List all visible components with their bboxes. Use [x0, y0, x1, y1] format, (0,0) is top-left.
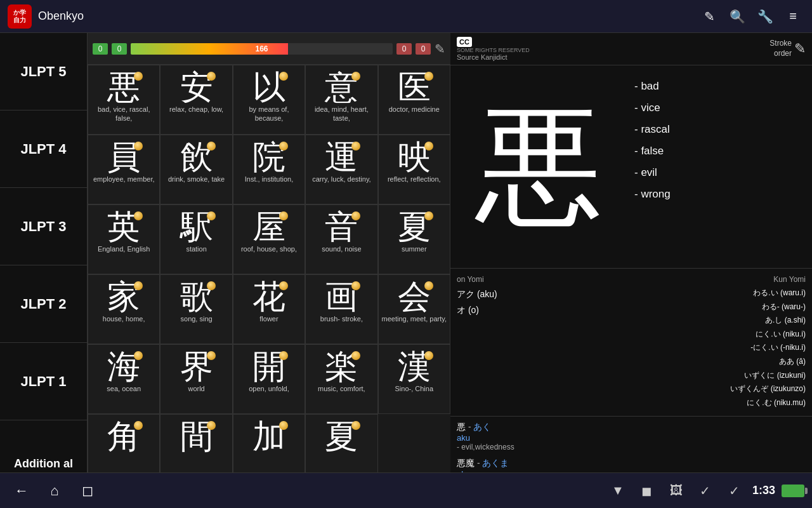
sidebar-item-jlpt5[interactable]: JLPT 5 [0, 33, 87, 110]
bottom-icon-1[interactable]: ▼ [606, 479, 629, 502]
kanji-cell[interactable]: 音 sound, noise [305, 204, 377, 274]
kanji-dot [134, 421, 143, 430]
home-button[interactable]: ⌂ [41, 477, 69, 505]
kanji-meaning-text: brush- stroke, [320, 314, 363, 323]
kanji-grid: 0 0 166 0 0 ✎ 悪 bad, vice, rascal, false… [88, 33, 450, 508]
kun-yomi-value: いずくに (izukuni) [577, 369, 806, 383]
kanji-cell[interactable]: 海 sea, ocean [88, 344, 160, 414]
sidebar-item-jlpt1[interactable]: JLPT 1 [0, 343, 87, 420]
bottom-icon-check1[interactable]: ✓ [694, 479, 717, 502]
vocab-item[interactable]: 悪 - あく aku - evil,wickedness [457, 422, 806, 451]
kanji-dot [424, 142, 433, 150]
kanji-character: 以 [252, 70, 285, 104]
kanji-dot [279, 211, 288, 220]
kanji-meaning-text: England, English [98, 244, 150, 253]
kanji-meaning-text: bad, vice, rascal, false, [91, 105, 157, 123]
bottom-icon-check2[interactable]: ✓ [723, 479, 746, 502]
on-yomi-value: アク (aku) [457, 286, 571, 302]
kanji-cell[interactable]: 駅 station [160, 204, 232, 274]
on-yomi-title: on Yomi [457, 275, 571, 284]
progress-number: 166 [131, 43, 393, 55]
kanji-grid-inner: 悪 bad, vice, rascal, false, 安 relax, che… [88, 65, 450, 484]
kanji-character: 医 [398, 70, 431, 104]
vocab-kanji: 悪 [457, 422, 466, 432]
kanji-cell[interactable]: 以 by means of, because, [233, 65, 305, 135]
menu-icon[interactable]: ≡ [782, 5, 804, 28]
kanji-character: 加 [252, 420, 285, 453]
pencil-icon[interactable]: ✎ [698, 5, 721, 28]
recents-button[interactable]: ◻ [74, 477, 102, 505]
kanji-cell[interactable]: 夏 summer [378, 204, 450, 274]
kun-yomi-section: Kun Yomi わる.い (waru.i)わる- (waru-)あ.し (a.… [577, 275, 806, 410]
kanji-cell[interactable]: 画 brush- stroke, [305, 274, 377, 344]
back-button[interactable]: ← [8, 477, 36, 505]
stroke-order-button[interactable]: Strokeorder ✎ [769, 39, 806, 58]
kanji-dot [134, 72, 143, 81]
kanji-character: 員 [107, 140, 140, 173]
kanji-cell[interactable]: 意 idea, mind, heart, taste, [305, 65, 377, 135]
kanji-meanings-panel: - bad- vice- rascal- false- evil- wrong [628, 65, 812, 268]
kanji-character: 楽 [325, 350, 358, 383]
app-title: Obenkyo [38, 10, 693, 23]
on-yomi-value: オ (o) [457, 302, 571, 318]
kanji-meaning-text: employee, member, [93, 175, 155, 184]
kanji-cell[interactable]: 悪 bad, vice, rascal, false, [88, 65, 160, 135]
kanji-cell[interactable]: 員 employee, member, [88, 135, 160, 204]
kanji-meaning-text: station [186, 244, 206, 253]
kanji-meaning-text: flower [259, 314, 278, 323]
meaning-item: - wrong [634, 184, 806, 205]
kanji-cell[interactable]: 英 England, English [88, 204, 160, 274]
main-layout: JLPT 5 JLPT 4 JLPT 3 JLPT 2 JLPT 1 Addit… [0, 33, 812, 508]
kanji-meaning-text: meeting, meet, party, [382, 314, 447, 323]
kanji-meaning-text: by means of, because, [236, 105, 302, 123]
kanji-cell[interactable]: 運 carry, luck, destiny, [305, 135, 377, 204]
kanji-meaning-text: Sino-, China [395, 384, 434, 393]
kanji-cell[interactable]: 漢 Sino-, China [378, 344, 450, 414]
kanji-dot [279, 142, 288, 150]
kanji-character: 会 [398, 280, 431, 313]
meaning-item: - vice [634, 97, 806, 119]
kanji-detail-header: CC SOME RIGHTS RESERVED Source Kanjidict… [450, 33, 812, 65]
progress-bar: 166 [131, 43, 393, 55]
kanji-cell[interactable]: 安 relax, cheap, low, [160, 65, 232, 135]
clock: 1:33 [752, 484, 775, 497]
kanji-cell[interactable]: 会 meeting, meet, party, [378, 274, 450, 344]
search-icon[interactable]: 🔍 [726, 5, 749, 28]
kanji-cell[interactable]: 医 doctor, medicine [378, 65, 450, 135]
kanji-cell[interactable]: 屋 roof, house, shop, [233, 204, 305, 274]
kanji-cell[interactable]: 楽 music, comfort, [305, 344, 377, 414]
bottom-icon-gallery[interactable]: 🖼 [665, 479, 688, 502]
kanji-meaning-text: reflect, reflection, [388, 175, 441, 184]
kun-yomi-value: あ.し (a.shi) [577, 314, 806, 328]
wrench-icon[interactable]: 🔧 [754, 5, 776, 28]
kanji-dot [207, 421, 216, 430]
kanji-cell[interactable]: 歌 song, sing [160, 274, 232, 344]
vocab-reading: あくま [482, 458, 509, 468]
sidebar-item-jlpt4[interactable]: JLPT 4 [0, 110, 87, 188]
big-kanji-display[interactable]: 悪 [450, 65, 628, 268]
kun-yomi-value: いずくんぞ (izukunzo) [577, 382, 806, 396]
sidebar-item-jlpt3[interactable]: JLPT 3 [0, 188, 87, 265]
stroke-order-icon: ✎ [794, 41, 806, 57]
sidebar-item-jlpt2[interactable]: JLPT 2 [0, 265, 87, 343]
kanji-cell[interactable]: 映 reflect, reflection, [378, 135, 450, 204]
kanji-dot [351, 142, 360, 150]
vocab-reading: あく [473, 422, 491, 432]
kun-yomi-title: Kun Yomi [577, 275, 806, 284]
kun-yomi-value: にく.む (niku.mu) [577, 396, 806, 410]
kanji-dot [207, 211, 216, 220]
kanji-meaning-text: roof, house, shop, [241, 244, 297, 253]
kanji-cell[interactable]: 界 world [160, 344, 232, 414]
edit-progress-icon[interactable]: ✎ [435, 41, 445, 57]
kanji-cell[interactable]: 家 house, home, [88, 274, 160, 344]
kanji-cell[interactable]: 花 flower [233, 274, 305, 344]
kanji-dot [134, 351, 143, 360]
sidebar: JLPT 5 JLPT 4 JLPT 3 JLPT 2 JLPT 1 Addit… [0, 33, 88, 508]
kanji-dot [279, 281, 288, 290]
kanji-character: 映 [398, 140, 431, 173]
kanji-cell[interactable]: 院 Inst., institution, [233, 135, 305, 204]
bottom-icon-2[interactable]: ◼ [636, 479, 658, 502]
kanji-character: 駅 [180, 210, 213, 243]
kanji-cell[interactable]: 飲 drink, smoke, take [160, 135, 232, 204]
kanji-cell[interactable]: 開 open, unfold, [233, 344, 305, 414]
